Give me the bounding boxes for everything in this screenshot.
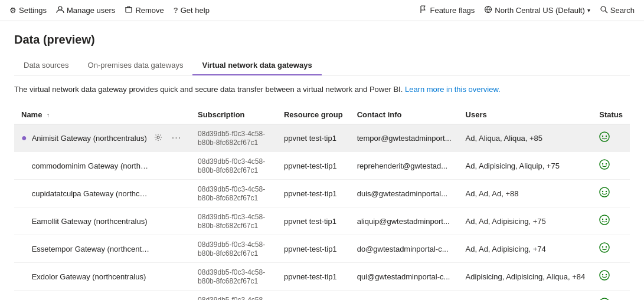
name-cell: ● Animisit Gateway (northcentralus) ··· (14, 124, 191, 152)
region-chevron-icon: ▾ (587, 7, 590, 14)
gateway-name: Exdolor Gateway (northcentralus) (32, 272, 146, 281)
subscription-value: 08d39db5-f0c3-4c58-b80b-8fc682cf67c1 (198, 213, 265, 230)
resource-group-cell: ppvnet test-tip1 (277, 124, 350, 152)
feature-flags-icon (419, 5, 427, 15)
contact-info-cell: tempor@gwtestadminport... (350, 124, 459, 152)
row-settings-button[interactable] (152, 132, 165, 144)
contact-info-value: tempor@gwtestadminport... (357, 134, 452, 143)
contact-info-value: aliquip@gwtestadminport... (357, 217, 450, 226)
get-help-menu-item[interactable]: ? Get help (174, 6, 210, 15)
gateways-table: Name ↑ Subscription Resource group Conta… (14, 106, 630, 300)
status-icon (599, 245, 610, 255)
feature-flags-label: Feature flags (430, 6, 475, 15)
col-subscription-header: Subscription (191, 106, 277, 124)
name-cell: ● commodominim Gateway (northcentra... (14, 152, 191, 180)
top-bar-right: Feature flags North Central US (Default)… (419, 5, 635, 15)
svg-point-21 (602, 246, 603, 248)
header-row: Name ↑ Subscription Resource group Conta… (14, 106, 630, 124)
subscription-cell: 08d39db5-f0c3-4c58-b80b-8fc682cf67c1 (191, 152, 277, 180)
get-help-label: Get help (181, 6, 210, 15)
unselected-gateway-icon: ● (21, 160, 27, 171)
unselected-gateway-icon: ● (21, 216, 27, 226)
contact-info-value: reprehenderit@gwtestad... (357, 161, 447, 170)
contact-info-cell: qui@gwtestadminportal-c... (350, 263, 459, 291)
svg-point-22 (606, 246, 607, 248)
users-cell: Adipisicing, Adipisicing, Aliqua, +84 (459, 263, 593, 291)
info-text: The virtual network data gateway provide… (14, 85, 630, 94)
subscription-value: 08d39db5-f0c3-4c58-b80b-8fc682cf67c1 (198, 296, 265, 300)
subscription-value: 08d39db5-f0c3-4c58-b80b-8fc682cf67c1 (198, 185, 265, 202)
svg-point-13 (606, 163, 607, 164)
gateway-name: Animisit Gateway (northcentralus) (32, 134, 147, 143)
table-row[interactable]: ● Exdolor Gateway (northcentralus) 08d39… (14, 263, 630, 291)
users-value: Ad, Adipisicing, Aliquip, +75 (466, 161, 560, 170)
get-help-icon: ? (174, 6, 178, 15)
subscription-value: 08d39db5-f0c3-4c58-b80b-8fc682cf67c1 (198, 157, 265, 174)
remove-label: Remove (135, 6, 164, 15)
users-value: Ad, Aliqua, Aliqua, +85 (466, 134, 542, 143)
svg-point-23 (600, 271, 609, 280)
users-cell: Ad, Ad, Adipisicing, +75 (459, 207, 593, 235)
settings-menu-item[interactable]: ⚙ Settings (9, 6, 47, 15)
name-cell: ● Essetempor Gateway (northcentralus) (14, 235, 191, 263)
top-bar: ⚙ Settings Manage users Remove ? Get hel… (0, 0, 644, 21)
manage-users-label: Manage users (67, 6, 115, 15)
table-row[interactable]: ● Animisit Gateway (northcentralus) ··· … (14, 124, 630, 152)
col-name-header[interactable]: Name ↑ (14, 106, 191, 124)
page-title: Data (preview) (14, 33, 630, 47)
region-icon (484, 5, 492, 15)
contact-info-cell: reprehenderit@gwtestad... (350, 291, 459, 301)
resource-group-cell: ppvnet-test-tip1 (277, 152, 350, 180)
resource-group-value: ppvnet test-tip1 (284, 217, 336, 226)
feature-flags-item[interactable]: Feature flags (419, 5, 475, 15)
resource-group-value: ppvnet test-tip1 (284, 134, 336, 143)
name-cell: ● Eamollit Gateway (northcentralus) (14, 207, 191, 235)
status-cell (592, 235, 630, 263)
region-label: North Central US (Default) (495, 6, 584, 15)
info-text-link[interactable]: Learn more in this overview. (405, 85, 501, 94)
users-cell: Ad, Adipisicing, Aliquip, +75 (459, 152, 593, 180)
subscription-value: 08d39db5-f0c3-4c58-b80b-8fc682cf67c1 (198, 130, 265, 147)
manage-users-menu-item[interactable]: Manage users (56, 5, 115, 15)
info-text-content: The virtual network data gateway provide… (14, 85, 403, 94)
svg-point-15 (602, 191, 603, 192)
svg-point-14 (600, 187, 609, 197)
contact-info-cell: reprehenderit@gwtestad... (350, 152, 459, 180)
table-row[interactable]: ● Eamollit Gateway (northcentralus) 08d3… (14, 207, 630, 235)
svg-point-16 (606, 191, 607, 192)
contact-info-cell: do@gwtestadminportal-c... (350, 235, 459, 263)
table-row[interactable]: ● exdolore Gateway (northcentralus) 08d3… (14, 291, 630, 301)
svg-point-8 (600, 132, 609, 141)
status-icon (599, 217, 610, 227)
svg-point-9 (602, 136, 603, 137)
svg-line-6 (605, 11, 607, 13)
col-status-header: Status (592, 106, 630, 124)
tab-on-premises[interactable]: On-premises data gateways (79, 56, 193, 75)
resource-group-cell: ppvnet test-tip1 (277, 207, 350, 235)
selected-gateway-icon: ● (21, 133, 27, 143)
table-row[interactable]: ● Essetempor Gateway (northcentralus) 08… (14, 235, 630, 263)
contact-info-value: qui@gwtestadminportal-c... (357, 272, 450, 281)
status-icon (599, 161, 610, 172)
tabs-container: Data sources On-premises data gateways V… (14, 56, 630, 75)
status-cell (592, 124, 630, 152)
status-icon (599, 134, 610, 144)
subscription-value: 08d39db5-f0c3-4c58-b80b-8fc682cf67c1 (198, 240, 265, 258)
tab-vnet[interactable]: Virtual network data gateways (192, 56, 321, 75)
table-row[interactable]: ● cupidatatculpa Gateway (northcentralus… (14, 180, 630, 207)
contact-info-cell: aliquip@gwtestadminport... (350, 207, 459, 235)
region-item[interactable]: North Central US (Default) ▾ (484, 5, 590, 15)
users-cell: Ad, Aliqua, Aliqua, +85 (459, 124, 593, 152)
svg-point-17 (600, 215, 609, 225)
remove-menu-item[interactable]: Remove (125, 5, 164, 15)
table-row[interactable]: ● commodominim Gateway (northcentra... 0… (14, 152, 630, 180)
users-cell: Ad, Ad, Ad, +88 (459, 180, 593, 207)
svg-point-5 (601, 6, 606, 11)
status-icon (599, 189, 610, 199)
row-more-button[interactable]: ··· (169, 132, 184, 144)
main-content: Data (preview) Data sources On-premises … (0, 21, 644, 300)
search-item[interactable]: Search (600, 5, 635, 15)
tab-data-sources[interactable]: Data sources (14, 56, 79, 75)
svg-point-12 (602, 163, 603, 164)
table-body: ● Animisit Gateway (northcentralus) ··· … (14, 124, 630, 301)
